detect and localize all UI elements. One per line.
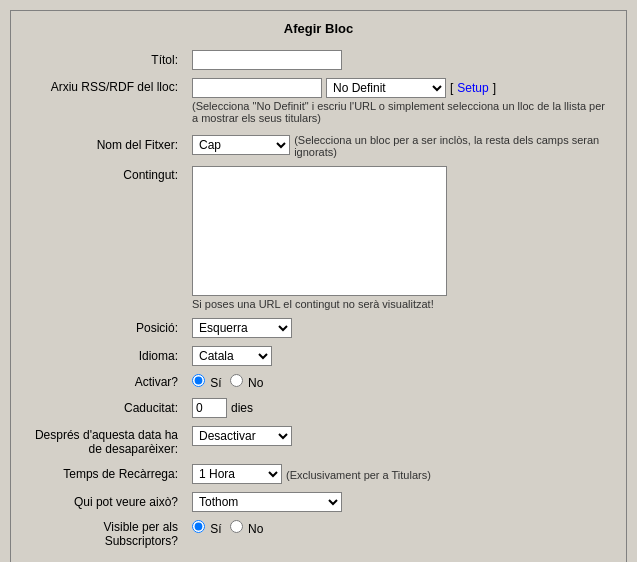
titol-row: Títol:: [26, 46, 611, 74]
nom-fitxer-help-text: (Selecciona un bloc per a ser inclòs, la…: [294, 134, 605, 158]
setup-bracket-open: [: [450, 81, 453, 95]
temps-label: Temps de Recàrrega:: [26, 460, 186, 488]
activar-row: Activar? Sí No: [26, 370, 611, 394]
setup-bracket-close: ]: [493, 81, 496, 95]
contingut-help-text: Si poses una URL el contingut no serà vi…: [192, 298, 605, 310]
posicio-field-cell: Esquerra: [186, 314, 611, 342]
visible-si-label[interactable]: Sí: [192, 520, 222, 536]
despres-row: Després d'aquesta data ha de desaparèixe…: [26, 422, 611, 460]
nom-fitxer-field-cell: Cap (Selecciona un bloc per a ser inclòs…: [186, 128, 611, 162]
caducitat-inline: dies: [192, 398, 605, 418]
arxiu-row: Arxiu RSS/RDF del lloc: No Definit [ Set…: [26, 74, 611, 128]
idioma-row: Idioma: Catala: [26, 342, 611, 370]
temps-select[interactable]: 1 Hora: [192, 464, 282, 484]
visible-no-radio[interactable]: [230, 520, 243, 533]
titol-field-cell: [186, 46, 611, 74]
nom-fitxer-inline: Cap (Selecciona un bloc per a ser inclòs…: [192, 132, 605, 158]
idioma-select[interactable]: Catala: [192, 346, 272, 366]
caducitat-field-cell: dies: [186, 394, 611, 422]
temps-help-text: (Exclusivament per a Titulars): [286, 469, 431, 481]
caducitat-label: Caducitat:: [26, 394, 186, 422]
visible-label: Visible per als Subscriptors?: [26, 516, 186, 552]
tothom-select[interactable]: Tothom: [192, 492, 342, 512]
page: Afegir Bloc Títol: Arxiu RSS/RDF del llo…: [0, 0, 637, 562]
activar-radio-group: Sí No: [192, 374, 605, 390]
activar-si-radio[interactable]: [192, 374, 205, 387]
visible-row: Visible per als Subscriptors? Sí No: [26, 516, 611, 552]
arxiu-input[interactable]: [192, 78, 322, 98]
visible-no-label[interactable]: No: [230, 520, 264, 536]
arxiu-label: Arxiu RSS/RDF del lloc:: [26, 74, 186, 128]
desactivar-select[interactable]: Desactivar: [192, 426, 292, 446]
nom-fitxer-row: Nom del Fitxer: Cap (Selecciona un bloc …: [26, 128, 611, 162]
activar-no-label[interactable]: No: [230, 374, 264, 390]
form-table: Títol: Arxiu RSS/RDF del lloc: No Defini…: [26, 46, 611, 552]
qui-pot-label: Qui pot veure això?: [26, 488, 186, 516]
temps-row: Temps de Recàrrega: 1 Hora (Exclusivamen…: [26, 460, 611, 488]
dies-label: dies: [231, 401, 253, 415]
titol-label: Títol:: [26, 46, 186, 74]
arxiu-inline: No Definit [ Setup ]: [192, 78, 605, 98]
contingut-textarea[interactable]: [192, 166, 447, 296]
despres-label: Després d'aquesta data ha de desaparèixe…: [26, 422, 186, 460]
arxiu-help-text: (Selecciona "No Definit" i escriu l'URL …: [192, 100, 605, 124]
idioma-field-cell: Catala: [186, 342, 611, 370]
page-title: Afegir Bloc: [26, 21, 611, 36]
visible-si-radio[interactable]: [192, 520, 205, 533]
contingut-field-cell: Si poses una URL el contingut no serà vi…: [186, 162, 611, 314]
despres-field-cell: Desactivar: [186, 422, 611, 460]
idioma-label: Idioma:: [26, 342, 186, 370]
visible-field-cell: Sí No: [186, 516, 611, 552]
arxiu-field-cell: No Definit [ Setup ] (Selecciona "No Def…: [186, 74, 611, 128]
posicio-select[interactable]: Esquerra: [192, 318, 292, 338]
setup-link[interactable]: Setup: [457, 81, 488, 95]
contingut-row: Contingut: Si poses una URL el contingut…: [26, 162, 611, 314]
form-container: Afegir Bloc Títol: Arxiu RSS/RDF del llo…: [10, 10, 627, 562]
posicio-label: Posició:: [26, 314, 186, 342]
titol-input[interactable]: [192, 50, 342, 70]
activar-field-cell: Sí No: [186, 370, 611, 394]
contingut-label: Contingut:: [26, 162, 186, 314]
temps-field-cell: 1 Hora (Exclusivament per a Titulars): [186, 460, 611, 488]
caducitat-row: Caducitat: dies: [26, 394, 611, 422]
activar-si-label[interactable]: Sí: [192, 374, 222, 390]
posicio-row: Posició: Esquerra: [26, 314, 611, 342]
no-definit-select[interactable]: No Definit: [326, 78, 446, 98]
qui-pot-row: Qui pot veure això? Tothom: [26, 488, 611, 516]
qui-pot-field-cell: Tothom: [186, 488, 611, 516]
temps-inline: 1 Hora (Exclusivament per a Titulars): [192, 464, 605, 484]
activar-label: Activar?: [26, 370, 186, 394]
nom-fitxer-label: Nom del Fitxer:: [26, 128, 186, 162]
activar-no-radio[interactable]: [230, 374, 243, 387]
caducitat-input[interactable]: [192, 398, 227, 418]
visible-radio-group: Sí No: [192, 520, 605, 536]
cap-select[interactable]: Cap: [192, 135, 290, 155]
